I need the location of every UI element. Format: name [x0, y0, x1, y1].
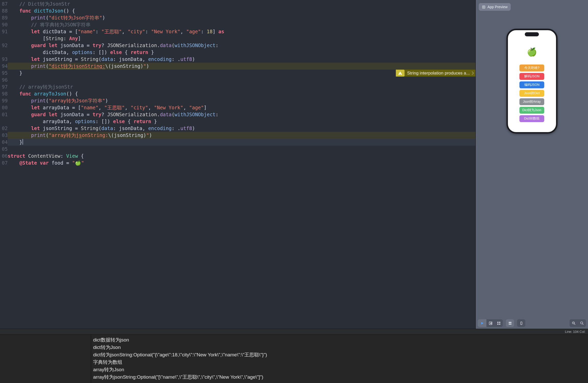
- console-output[interactable]: dict数据转为json dict转为Json dict转为jsonString…: [91, 335, 588, 383]
- svg-point-14: [580, 322, 583, 324]
- svg-rect-8: [508, 322, 511, 323]
- zoom-out-button[interactable]: [570, 319, 578, 327]
- svg-rect-9: [508, 323, 511, 324]
- code-line[interactable]: let dictData = ["name": "王思聪", "city": "…: [8, 28, 475, 35]
- code-line[interactable]: dictData, options: []) else { return }: [8, 49, 475, 56]
- code-line[interactable]: struct ContentView: View {: [8, 153, 475, 159]
- preview-button-5[interactable]: Dict转为Json: [519, 107, 545, 114]
- code-line[interactable]: // array转为jsonStr: [8, 83, 475, 90]
- app-preview-label: App Preview: [487, 5, 508, 9]
- code-line[interactable]: }: [8, 70, 475, 77]
- app-preview-badge[interactable]: App Preview: [479, 3, 511, 11]
- preview-button-0[interactable]: 今天吃啥?: [519, 65, 545, 71]
- code-line[interactable]: guard let jsonData = try? JSONSerializat…: [8, 111, 475, 118]
- code-line[interactable]: [8, 146, 475, 153]
- code-line[interactable]: // Dict转为JsonStr: [8, 1, 475, 7]
- preview-button-6[interactable]: Dict转数组: [519, 115, 545, 122]
- line-number-gutter: 8788899091929394959697989900010203040506…: [0, 0, 8, 329]
- code-editor[interactable]: 8788899091929394959697989900010203040506…: [0, 0, 475, 329]
- svg-point-1: [483, 6, 484, 7]
- live-preview-button[interactable]: [478, 319, 486, 327]
- status-bar: Line: 104 Col:: [0, 329, 588, 334]
- svg-rect-6: [497, 323, 498, 324]
- code-line[interactable]: print("array转为jsonString:\(jsonString)")…: [8, 132, 475, 139]
- grid-layout-button[interactable]: [495, 319, 503, 327]
- svg-rect-4: [497, 322, 498, 323]
- code-line[interactable]: let jsonString = String(data: jsonData, …: [8, 125, 475, 132]
- cursor-position: Line: 104 Col:: [565, 330, 585, 334]
- svg-rect-0: [483, 6, 485, 8]
- code-line[interactable]: [8, 77, 475, 83]
- code-line[interactable]: }: [8, 139, 475, 146]
- code-line[interactable]: print("dict转为jsonString:\(jsonString)")S…: [8, 63, 475, 70]
- code-line[interactable]: [String: Any]: [8, 35, 475, 42]
- zoom-fit-button[interactable]: [578, 319, 586, 327]
- device-settings-button[interactable]: [517, 319, 525, 327]
- svg-rect-5: [499, 322, 500, 323]
- svg-line-15: [582, 324, 583, 325]
- code-line[interactable]: let arrayData = ["name", "王思聪", "city", …: [8, 104, 475, 111]
- preview-button-3[interactable]: Json转Dict: [519, 90, 545, 97]
- code-line[interactable]: let jsonString = String(data: jsonData, …: [8, 56, 475, 63]
- code-area[interactable]: // Dict转为JsonStr func dictToJson() { pri…: [8, 0, 475, 329]
- variants-button[interactable]: [506, 319, 514, 327]
- variables-pane[interactable]: [0, 335, 91, 383]
- code-line[interactable]: print("dict转为Json字符串"): [8, 14, 475, 21]
- preview-eye-icon: [482, 5, 486, 9]
- svg-rect-7: [499, 323, 500, 324]
- code-line[interactable]: // 将字典转为JSON字符串: [8, 21, 475, 28]
- debug-console[interactable]: dict数据转为json dict转为Json dict转为jsonString…: [0, 334, 588, 383]
- code-line[interactable]: func arrayToJson() {: [8, 90, 475, 97]
- code-line[interactable]: @State var food = "🍏": [8, 159, 475, 166]
- svg-rect-10: [520, 322, 522, 324]
- selectable-preview-button[interactable]: [486, 319, 495, 327]
- preview-button-2[interactable]: 编码JSON: [519, 81, 545, 88]
- dynamic-island: [525, 32, 539, 36]
- preview-button-4[interactable]: Json转Array: [519, 98, 545, 105]
- preview-panel: App Preview 🍏 今天吃啥?解码JSON编码JSONJson转Dict…: [475, 0, 588, 329]
- svg-line-12: [574, 324, 575, 325]
- preview-button-1[interactable]: 解码JSON: [519, 73, 545, 80]
- food-emoji: 🍏: [527, 47, 537, 57]
- phone-mock: 🍏 今天吃啥?解码JSON编码JSONJson转DictJson转ArrayDi…: [506, 29, 558, 134]
- svg-marker-2: [481, 322, 483, 324]
- preview-toolbar: [476, 317, 588, 329]
- code-line[interactable]: arrayData, options: []) else { return }: [8, 118, 475, 125]
- code-line[interactable]: guard let jsonData = try? JSONSerializat…: [8, 42, 475, 49]
- code-line[interactable]: print("array转为Json字符串"): [8, 97, 475, 104]
- code-line[interactable]: func dictToJson() {: [8, 7, 475, 14]
